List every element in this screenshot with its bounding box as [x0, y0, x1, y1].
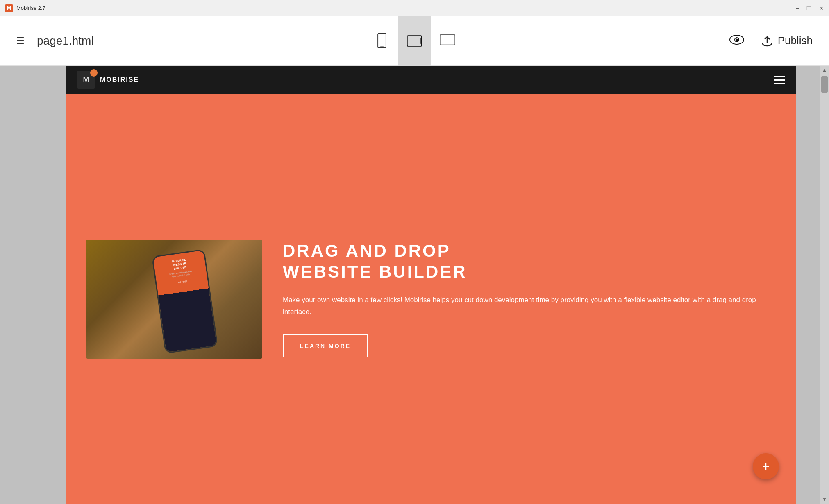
scrollbar-track: ▲ ▼ — [820, 66, 829, 504]
site-preview: M MOBIRISE MOBIRISEWEBSITEBUILDER — [66, 66, 796, 504]
preview-button[interactable] — [729, 34, 744, 47]
window-controls: − ❒ ✕ — [796, 0, 824, 16]
mobile-icon — [374, 33, 390, 49]
phone-screen: MOBIRISEWEBSITEBUILDER Create amazing we… — [153, 250, 216, 352]
phone-mockup: MOBIRISEWEBSITEBUILDER Create amazing we… — [152, 249, 218, 354]
main-area: M MOBIRISE MOBIRISEWEBSITEBUILDER — [0, 66, 829, 504]
publish-button[interactable]: Publish — [761, 34, 813, 47]
scroll-down-button[interactable]: ▼ — [820, 495, 829, 504]
menu-button[interactable]: ☰ — [16, 36, 25, 46]
svg-point-9 — [736, 38, 738, 41]
view-switcher: Tablet View — [366, 16, 464, 66]
learn-more-button[interactable]: LEARN MORE — [283, 334, 368, 357]
site-hamburger-button[interactable] — [774, 76, 785, 84]
close-button[interactable]: ✕ — [819, 5, 824, 11]
page-title: page1.html — [37, 34, 94, 47]
tablet-icon — [407, 33, 422, 49]
desktop-view-button[interactable] — [431, 16, 464, 66]
left-sidebar — [0, 66, 66, 504]
svg-rect-2 — [407, 36, 421, 46]
add-block-button[interactable]: + — [753, 453, 779, 479]
site-logo-icon: M — [77, 71, 95, 89]
scrollbar-thumb[interactable] — [821, 76, 828, 93]
site-logo: M MOBIRISE — [77, 71, 139, 89]
logo-letter: M — [83, 76, 89, 84]
scroll-up-button[interactable]: ▲ — [820, 66, 829, 75]
publish-label: Publish — [778, 34, 813, 47]
maximize-button[interactable]: ❒ — [806, 5, 812, 11]
desktop-icon — [440, 33, 455, 49]
minimize-button[interactable]: − — [796, 5, 799, 11]
svg-rect-0 — [378, 33, 386, 47]
hero-section: MOBIRISEWEBSITEBUILDER Create amazing we… — [66, 94, 796, 504]
hero-content: DRAG AND DROP WEBSITE BUILDER Make your … — [283, 241, 776, 357]
preview-wrapper: M MOBIRISE MOBIRISEWEBSITEBUILDER — [66, 66, 796, 504]
logo-sun-icon — [90, 69, 98, 77]
app-title: Mobirise 2.7 — [16, 5, 45, 11]
site-navbar: M MOBIRISE — [66, 66, 796, 94]
app-icon: M — [5, 4, 13, 12]
app-toolbar: ☰ page1.html Tablet View — [0, 16, 829, 66]
site-logo-text: MOBIRISE — [100, 76, 139, 84]
tablet-view-button[interactable]: Tablet View — [398, 16, 431, 66]
hero-image: MOBIRISEWEBSITEBUILDER Create amazing we… — [86, 240, 262, 359]
hero-description: Make your own website in a few clicks! M… — [283, 294, 776, 318]
title-bar: M Mobirise 2.7 − ❒ ✕ — [0, 0, 829, 16]
right-sidebar: ▲ ▼ — [796, 66, 829, 504]
svg-rect-4 — [440, 35, 455, 45]
publish-icon — [761, 34, 774, 47]
mobile-view-button[interactable] — [366, 16, 398, 66]
hero-title: DRAG AND DROP WEBSITE BUILDER — [283, 241, 776, 282]
eye-icon — [729, 35, 744, 45]
toolbar-right: Publish — [729, 34, 813, 47]
